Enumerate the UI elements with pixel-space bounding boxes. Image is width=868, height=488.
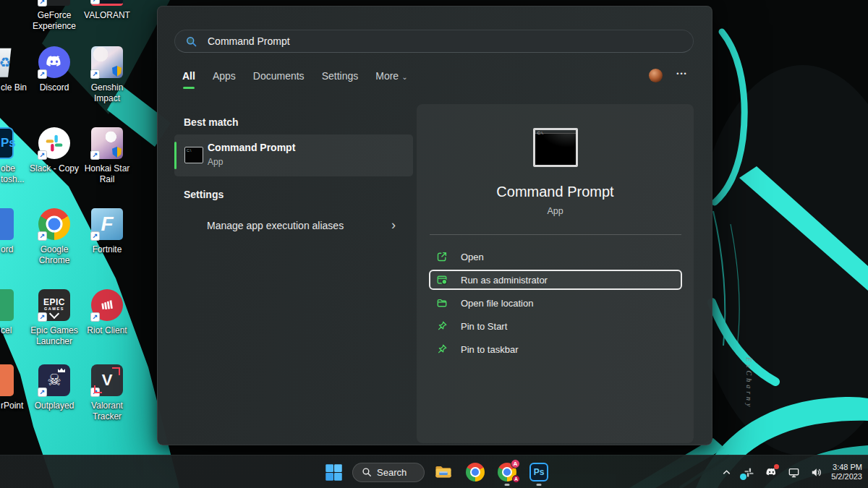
search-tabs: AllAppsDocumentsSettingsMore⌄: [182, 70, 408, 87]
shortcut-arrow-icon: ↗: [90, 312, 100, 322]
search-icon: [185, 35, 197, 48]
action-pin-to-start[interactable]: Pin to Start: [429, 316, 682, 336]
desktop-icon-fortnite[interactable]: F↗Fortnite: [72, 208, 142, 255]
tab-documents[interactable]: Documents: [253, 70, 305, 87]
chrome-profile[interactable]: AA: [494, 458, 520, 487]
best-match-title: Command Prompt: [208, 142, 295, 153]
excel-icon: [0, 289, 14, 321]
run-admin-icon: [436, 274, 448, 286]
photoshop[interactable]: Ps: [526, 458, 552, 487]
desktop-icon-honkai[interactable]: ↗Honkai StarRail: [72, 127, 142, 185]
shortcut-arrow-icon: ↗: [38, 0, 47, 7]
shortcut-arrow-icon: ↗: [90, 388, 100, 397]
best-match-item[interactable]: Command Prompt App: [174, 134, 413, 176]
shortcut-arrow-icon: ↗: [90, 231, 100, 241]
genshin-icon: ↗: [91, 46, 123, 78]
chevron-up-icon[interactable]: [719, 465, 733, 479]
avatar[interactable]: [649, 69, 663, 82]
tab-all[interactable]: All: [182, 70, 195, 87]
tab-settings[interactable]: Settings: [322, 70, 359, 87]
taskbar-apps: SearchAAPs: [320, 458, 552, 487]
honkai-icon: ↗: [91, 127, 123, 159]
action-label: Open file location: [461, 298, 533, 309]
preview-title: Command Prompt: [417, 184, 694, 200]
icon-glyph: ☠: [47, 372, 61, 388]
divider: [430, 234, 681, 235]
icon-glyph: Ps: [0, 136, 16, 150]
icon-glyph: F: [101, 213, 113, 236]
search-input[interactable]: [206, 35, 683, 48]
best-match-header: Best match: [184, 116, 238, 128]
photoshop-icon: Ps: [529, 463, 548, 481]
notification-dot: [740, 474, 746, 480]
selection-accent-bar: [174, 142, 176, 169]
network-icon[interactable]: [786, 465, 801, 479]
taskbar-search-label: Search: [377, 467, 407, 478]
search-box[interactable]: [174, 30, 694, 53]
geforce-icon: ↗: [38, 0, 70, 6]
epic-icon: EPICGAMES↗: [38, 289, 70, 321]
action-open-file-location[interactable]: Open file location: [429, 293, 682, 313]
windows-logo-icon: [325, 463, 343, 481]
valtracker-icon: V↗: [91, 364, 123, 396]
icon-glyph2: GAMES: [43, 307, 65, 312]
chevron-right-icon: ›: [391, 218, 396, 233]
chrome[interactable]: [462, 458, 488, 487]
action-label: Pin to Start: [461, 321, 507, 332]
desktop-icon-label: VALORANT: [72, 10, 142, 21]
action-pin-to-taskbar[interactable]: Pin to taskbar: [429, 339, 682, 359]
chevron-down-icon: ⌄: [401, 73, 407, 81]
taskbar: SearchAAPs 3:48 PM 5/2/2023: [0, 455, 868, 488]
pin-icon: [436, 343, 448, 355]
chrome-icon: ↗: [38, 208, 70, 240]
action-run-as-administrator[interactable]: Run as administrator: [429, 270, 682, 290]
command-prompt-icon: [184, 147, 203, 163]
open-folder-icon: [436, 297, 448, 309]
search-window: AllAppsDocumentsSettingsMore⌄ ••• Best m…: [157, 6, 712, 445]
tab-more[interactable]: More⌄: [375, 70, 407, 87]
tab-apps[interactable]: Apps: [213, 70, 236, 87]
desktop-icon-valtracker[interactable]: V↗ValorantTracker: [72, 364, 142, 422]
best-match-subtitle: App: [208, 157, 223, 167]
desktop-icon-label: ValorantTracker: [72, 401, 142, 422]
discord-tray-icon[interactable]: [764, 465, 778, 479]
shortcut-arrow-icon: ↗: [90, 69, 100, 79]
manage-app-aliases-label: Manage app execution aliases: [207, 220, 344, 231]
action-open[interactable]: Open: [429, 247, 682, 267]
desktop-icon-riot[interactable]: ↗Riot Client: [72, 289, 142, 336]
profile-badge: A: [511, 459, 520, 468]
desktop-icon-valorant[interactable]: ↗VALORANT: [72, 0, 142, 21]
valorant-icon: ↗: [91, 0, 123, 6]
start-button[interactable]: [320, 458, 346, 487]
shortcut-arrow-icon: ↗: [38, 69, 47, 79]
desktop-icon-label: Riot Client: [72, 325, 142, 336]
desktop-icon-label: Fortnite: [72, 244, 142, 255]
file-explorer[interactable]: [430, 458, 456, 487]
slack-tray-icon[interactable]: [741, 465, 756, 479]
more-options-icon[interactable]: •••: [673, 70, 692, 77]
shortcut-arrow-icon: ↗: [38, 388, 47, 397]
icon-glyph: V: [102, 371, 113, 390]
action-label: Run as administrator: [461, 275, 548, 286]
search-icon: [362, 467, 372, 477]
outplayed-icon: ☠↗: [38, 364, 70, 396]
taskbar-clock[interactable]: 3:48 PM 5/2/2023: [831, 463, 862, 481]
recycle-glyph: ♻: [0, 54, 12, 71]
slack-icon: ↗: [38, 127, 70, 159]
fortnite-icon: F↗: [91, 208, 123, 240]
taskbar-search[interactable]: Search: [352, 463, 425, 482]
chrome-icon: [466, 463, 485, 481]
volume-icon[interactable]: [809, 465, 823, 479]
settings-header: Settings: [184, 189, 224, 200]
clock-time: 3:48 PM: [831, 463, 862, 472]
desktop-icon-genshin[interactable]: ↗GenshinImpact: [72, 46, 142, 104]
file-explorer-icon: [433, 463, 454, 481]
shortcut-arrow-icon: ↗: [90, 150, 100, 160]
action-list: OpenRun as administratorOpen file locati…: [429, 247, 682, 362]
action-label: Pin to taskbar: [461, 344, 519, 355]
word-icon: [0, 208, 14, 240]
action-label: Open: [461, 252, 484, 262]
profile-badge: A: [512, 475, 520, 483]
manage-app-aliases-item[interactable]: Manage app execution aliases ›: [174, 213, 413, 239]
icon-glyph: EPICGAMES: [43, 299, 65, 312]
